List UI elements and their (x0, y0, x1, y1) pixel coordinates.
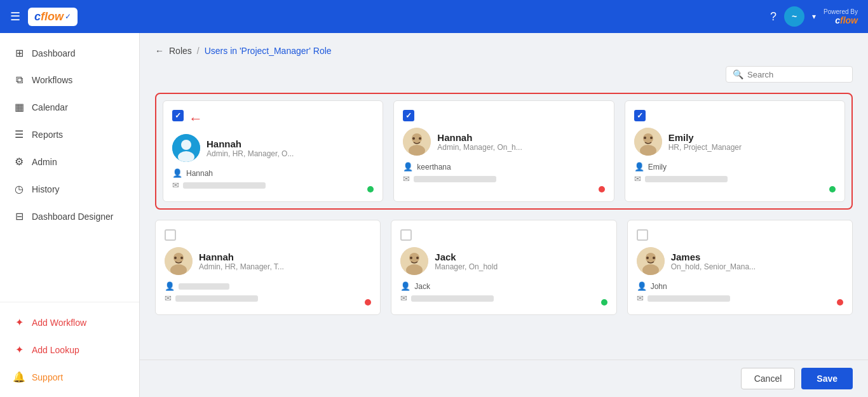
card-james-1: James On_hold, Senior_Mana... 👤 John ✉ (627, 220, 853, 315)
card-name-section-hannah-2: Hannah Admin, Manager, On_h... (437, 132, 522, 152)
sidebar-item-reports[interactable]: ☰ Reports (0, 121, 139, 148)
sidebar: ⊞ Dashboard ⧉ Workflows ▦ Calendar ☰ Rep… (0, 33, 140, 397)
sidebar-item-dashboard-designer[interactable]: ⊟ Dashboard Designer (0, 203, 139, 230)
breadcrumb-current-page[interactable]: Users in 'Project_Manager' Role (205, 46, 332, 56)
avatar-svg-james-1 (637, 247, 665, 275)
user-name-hannah-1: Hannah (207, 138, 294, 149)
search-bar: 🔍 (155, 66, 853, 83)
svg-point-7 (419, 137, 421, 140)
email-blurred-hannah-2 (414, 176, 496, 182)
user-icon-hannah-2: 👤 (403, 162, 413, 172)
svg-point-12 (650, 137, 653, 139)
user-icon-emily-1: 👤 (634, 162, 644, 172)
card-email-hannah-1: ✉ (172, 180, 374, 190)
sidebar-item-support[interactable]: 🔔 Support (0, 363, 139, 391)
sidebar-item-label: Dashboard (32, 48, 76, 58)
history-icon: ◷ (13, 183, 25, 195)
selected-cards-grid: ← Hannah (163, 100, 845, 202)
support-icon: 🔔 (13, 371, 25, 383)
card-hannah-3: Hannah Admin, HR, Manager, T... 👤 ✉ (155, 220, 381, 315)
user-avatar-header[interactable]: ~ (784, 6, 804, 27)
workflows-icon: ⧉ (13, 74, 25, 86)
user-name-jack-1: Jack (435, 252, 498, 262)
user-avatar-jack-1 (400, 247, 428, 275)
user-roles-hannah-2: Admin, Manager, On_h... (437, 143, 522, 152)
email-icon-james-1: ✉ (637, 293, 644, 303)
search-input[interactable] (747, 70, 846, 79)
add-lookup-icon: ✦ (13, 344, 25, 356)
card-name-section-james-1: James On_hold, Senior_Mana... (671, 252, 756, 271)
email-blurred-emily-1 (645, 176, 728, 182)
user-roles-emily-1: HR, Project_Manager (668, 143, 742, 152)
sidebar-item-label: Support (32, 372, 63, 382)
user-icon-hannah-1: 👤 (172, 168, 182, 178)
unselected-cards-grid: Hannah Admin, HR, Manager, T... 👤 ✉ (155, 220, 853, 315)
status-dot-hannah-2 (599, 186, 605, 192)
card-name-section-hannah-3: Hannah Admin, HR, Manager, T... (199, 252, 284, 271)
svg-point-26 (646, 257, 649, 259)
email-blurred-hannah-3 (175, 295, 258, 302)
svg-point-11 (644, 137, 646, 139)
card-checkbox-emily-1[interactable] (634, 110, 646, 121)
card-email-hannah-2: ✉ (403, 174, 604, 184)
svg-point-17 (180, 257, 183, 259)
sidebar-item-calendar[interactable]: ▦ Calendar (0, 93, 139, 121)
powered-by-label: Powered By (824, 8, 858, 15)
sidebar-item-history[interactable]: ◷ History (0, 175, 139, 203)
search-icon: 🔍 (733, 69, 743, 79)
svg-point-6 (412, 137, 415, 140)
search-input-wrap: 🔍 (726, 66, 853, 83)
hamburger-menu[interactable]: ☰ (10, 10, 20, 24)
sidebar-item-admin[interactable]: ⚙ Admin (0, 148, 139, 175)
svg-point-16 (174, 257, 177, 259)
card-email-emily-1: ✉ (634, 174, 836, 184)
user-icon-jack-1: 👤 (400, 281, 410, 291)
avatar-svg-hannah-1 (172, 134, 200, 162)
avatar-svg-jack-1 (400, 247, 428, 275)
status-dot-james-1 (837, 299, 843, 306)
card-checkbox-hannah-1[interactable] (172, 110, 184, 121)
logo-checkmark: ✓ (65, 12, 71, 21)
user-name-james-1: James (671, 252, 756, 262)
card-user-info-hannah-2: Hannah Admin, Manager, On_h... (403, 128, 604, 156)
cancel-button[interactable]: Cancel (741, 368, 796, 389)
card-name-section-jack-1: Jack Manager, On_hold (435, 252, 498, 271)
dropdown-chevron-icon[interactable]: ▾ (812, 12, 816, 21)
help-icon[interactable]: ? (770, 10, 776, 24)
sidebar-item-add-lookup[interactable]: ✦ Add Lookup (0, 336, 139, 363)
breadcrumb-back-button[interactable]: ← (155, 46, 164, 56)
status-dot-emily-1 (829, 186, 836, 192)
email-icon-hannah-2: ✉ (403, 174, 410, 184)
sidebar-item-workflows[interactable]: ⧉ Workflows (0, 67, 139, 93)
avatar-svg-hannah-2 (403, 128, 431, 156)
user-avatar-hannah-2 (403, 128, 431, 156)
card-user-info-james-1: James On_hold, Senior_Mana... (637, 247, 843, 275)
selected-cards-group: ← Hannah (155, 93, 853, 210)
card-user-info-hannah-1: Hannah Admin, HR, Manager, O... (172, 134, 374, 162)
content-area: ← Roles / Users in 'Project_Manager' Rol… (140, 33, 868, 360)
card-checkbox-hannah-2[interactable] (403, 110, 414, 121)
app-header: ☰ cflow ✓ ? ~ ▾ Powered By cflow (0, 0, 868, 33)
reports-icon: ☰ (13, 128, 25, 140)
card-checkbox-hannah-3[interactable] (165, 229, 176, 241)
card-checkbox-james-1[interactable] (637, 229, 648, 241)
card-username-hannah-3: 👤 (165, 281, 371, 291)
sidebar-item-label: History (32, 184, 60, 194)
card-jack-1: Jack Manager, On_hold 👤 Jack ✉ (391, 220, 616, 315)
username-text-emily-1: Emily (648, 163, 667, 172)
svg-point-21 (410, 257, 412, 259)
sidebar-item-label: Calendar (32, 102, 68, 112)
card-checkbox-jack-1[interactable] (400, 229, 412, 241)
breadcrumb-roles-link[interactable]: Roles (169, 46, 192, 56)
user-avatar-hannah-3 (165, 247, 193, 275)
card-email-hannah-3: ✉ (165, 293, 371, 303)
status-dot-hannah-1 (367, 186, 374, 192)
save-button[interactable]: Save (801, 368, 853, 389)
sidebar-item-add-workflow[interactable]: ✦ Add Workflow (0, 309, 139, 336)
sidebar-bottom: ✦ Add Workflow ✦ Add Lookup 🔔 Support (0, 302, 139, 397)
powered-by-section: Powered By cflow (824, 8, 858, 25)
sidebar-item-dashboard[interactable]: ⊞ Dashboard (0, 39, 139, 67)
card-hannah-1: ← Hannah (163, 100, 383, 202)
breadcrumb: ← Roles / Users in 'Project_Manager' Rol… (155, 46, 853, 56)
card-username-jack-1: 👤 Jack (400, 281, 607, 291)
